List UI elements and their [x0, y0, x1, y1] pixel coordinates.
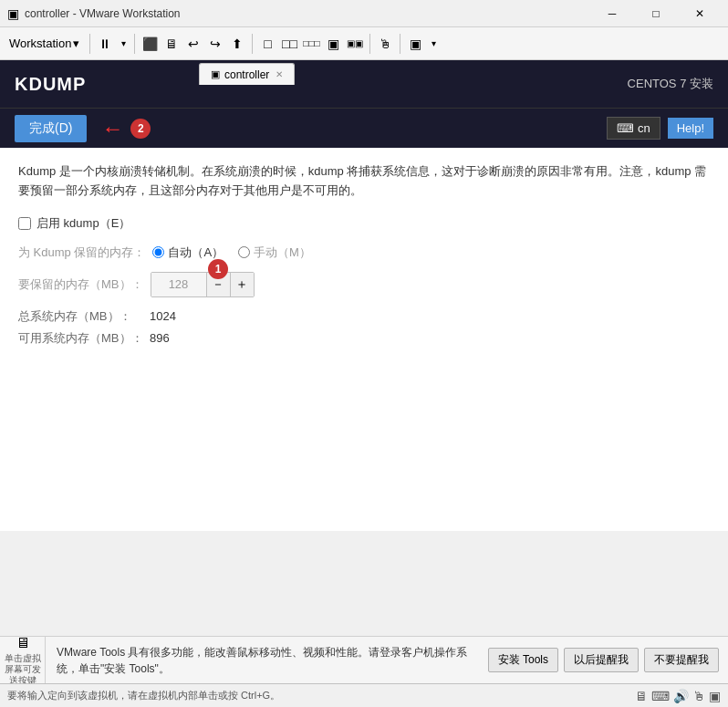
centos-install-label: CENTOS 7 安装	[628, 76, 713, 92]
separator-3	[252, 34, 253, 54]
vm-content-area: KDUMP CENTOS 7 安装 完成(D) ← 2 ⌨ cn Help! K…	[0, 60, 728, 707]
status-vm-icon: ▣	[709, 689, 721, 703]
manual-radio-input[interactable]	[238, 246, 250, 258]
bottom-vm-icon-area: 🖥 单击虚拟屏幕可发送按键	[0, 637, 46, 684]
memory-increase-button[interactable]: ＋	[230, 273, 254, 296]
fullscreen-icon[interactable]: 🖱	[375, 34, 395, 54]
kdump-header: KDUMP CENTOS 7 安装	[0, 60, 728, 108]
kdump-title: KDUMP	[15, 74, 86, 95]
view-icon-5[interactable]: ▣▣	[345, 34, 365, 54]
tab-controller[interactable]: ▣ controller ✕	[199, 63, 295, 85]
kdump-description: Kdump 是一个内核崩溃转储机制。在系统崩溃的时候，kdump 将捕获系统信息…	[18, 162, 710, 201]
red-arrow-icon: ←	[101, 116, 123, 141]
menu-bar: Workstation ▾ ⏸ ▾ ⬛ 🖥 ↩ ↪ ⬆ □ □□ □□□ ▣ ▣…	[0, 27, 728, 60]
enable-kdump-checkbox[interactable]	[18, 217, 31, 230]
kdump-main-content: Kdump 是一个内核崩溃转储机制。在系统崩溃的时候，kdump 将捕获系统信息…	[0, 148, 728, 531]
workstation-label: Workstation	[9, 36, 71, 50]
available-memory-value: 896	[150, 331, 170, 345]
minimize-button[interactable]: ─	[591, 0, 633, 27]
memory-to-reserve-label: 要保留的内存（MB）：	[18, 276, 143, 293]
separator-1	[89, 34, 90, 54]
close-button[interactable]: ✕	[679, 0, 721, 27]
vm-settings-icon[interactable]: ⬛	[140, 34, 160, 54]
undo-icon[interactable]: ↩	[183, 34, 203, 54]
status-audio-icon: 🔊	[673, 689, 689, 703]
pause-button[interactable]: ⏸	[95, 34, 115, 54]
title-bar: ▣ controller - VMware Workstation ─ □ ✕	[0, 0, 728, 27]
done-button[interactable]: 完成(D)	[15, 115, 87, 142]
controller-tab-close[interactable]: ✕	[276, 69, 283, 79]
view-icon-2[interactable]: □□	[279, 34, 299, 54]
snapshot-icon[interactable]: ⬆	[227, 34, 247, 54]
language-button[interactable]: ⌨ cn	[607, 117, 660, 140]
view-icon-4[interactable]: ▣	[323, 34, 343, 54]
auto-radio-text: 自动（A）	[168, 244, 224, 261]
bottom-text-area: VMware Tools 具有很多功能，能改善鼠标移动性、视频和性能。请登录客户…	[46, 640, 479, 681]
memory-value-input[interactable]	[151, 273, 206, 296]
total-memory-value: 1024	[150, 309, 176, 323]
bottom-info-bar: 🖥 单击虚拟屏幕可发送按键 VMware Tools 具有很多功能，能改善鼠标移…	[0, 636, 728, 683]
bottom-vmtools-text: VMware Tools 具有很多功能，能改善鼠标移动性、视频和性能。请登录客户…	[57, 646, 467, 675]
no-remind-button[interactable]: 不要提醒我	[644, 648, 719, 672]
lang-area: ⌨ cn Help!	[607, 117, 713, 140]
separator-5	[400, 34, 400, 54]
app-icon: ▣	[7, 6, 19, 21]
controller-tab-label: controller	[224, 68, 269, 81]
annotation-2-badge: 2	[130, 119, 151, 139]
workstation-menu[interactable]: Workstation ▾	[4, 35, 85, 52]
total-memory-row: 总系统内存（MB）： 1024	[18, 308, 710, 325]
kdump-form: 启用 kdump（E） 为 Kdump 保留的内存： 自动（A） 手动（M）	[18, 215, 710, 347]
remind-later-button[interactable]: 以后提醒我	[564, 648, 639, 672]
auto-radio-label[interactable]: 自动（A）	[152, 244, 224, 261]
separator-2	[134, 34, 135, 54]
view-icon-3[interactable]: □□□	[301, 34, 321, 54]
more-icon[interactable]: ▣	[405, 34, 425, 54]
auto-radio-input[interactable]	[152, 246, 164, 258]
manual-radio-text: 手动（M）	[254, 244, 311, 261]
reserve-memory-row: 为 Kdump 保留的内存： 自动（A） 手动（M）	[18, 244, 710, 261]
enable-kdump-text: 启用 kdump（E）	[36, 215, 130, 232]
maximize-button[interactable]: □	[635, 0, 677, 27]
status-left-text: 要将输入定向到该虚拟机，请在虚拟机内部单击或按 Ctrl+G。	[7, 689, 635, 702]
manual-radio-label[interactable]: 手动（M）	[238, 244, 311, 261]
screenshot-icon[interactable]: 🖥	[161, 34, 182, 54]
enable-kdump-label[interactable]: 启用 kdump（E）	[18, 215, 130, 232]
help-button[interactable]: Help!	[668, 118, 713, 139]
view-icon-1[interactable]: □	[257, 34, 277, 54]
controller-tab-icon: ▣	[211, 68, 220, 80]
available-memory-label: 可用系统内存（MB）：	[18, 330, 146, 347]
reserve-memory-radio-group: 自动（A） 手动（M）	[152, 244, 311, 261]
title-bar-text: controller - VMware Workstation	[25, 7, 591, 20]
bottom-monitor-icon: 🖥	[16, 635, 30, 651]
lang-label: cn	[638, 121, 650, 135]
action-bar: 完成(D) ← 2 ⌨ cn Help!	[0, 108, 728, 148]
available-memory-row: 可用系统内存（MB）： 896	[18, 330, 710, 347]
status-bar: 要将输入定向到该虚拟机，请在虚拟机内部单击或按 Ctrl+G。 🖥 ⌨ 🔊 🖱 …	[0, 683, 728, 707]
status-monitor-icon: 🖥	[635, 689, 648, 703]
workstation-dropdown-icon: ▾	[73, 36, 79, 50]
bottom-send-keys-text: 单击虚拟屏幕可发送按键	[0, 653, 45, 686]
done-area: 完成(D) ← 2	[15, 115, 151, 142]
status-mouse-icon: 🖱	[692, 689, 705, 703]
reserve-memory-label: 为 Kdump 保留的内存：	[18, 244, 145, 261]
status-keyboard-icon: ⌨	[651, 689, 670, 703]
separator-4	[369, 34, 370, 54]
total-memory-label: 总系统内存（MB）：	[18, 308, 146, 325]
keyboard-icon: ⌨	[617, 121, 634, 135]
status-right-icons: 🖥 ⌨ 🔊 🖱 ▣	[635, 689, 721, 703]
memory-input-group: － ＋	[151, 272, 255, 297]
memory-to-reserve-row: 要保留的内存（MB）： － ＋	[18, 272, 710, 297]
install-tools-button[interactable]: 安装 Tools	[488, 648, 558, 672]
annotation-1-badge: 1	[208, 259, 228, 279]
enable-kdump-row: 启用 kdump（E）	[18, 215, 710, 232]
bottom-actions: 安装 Tools 以后提醒我 不要提醒我	[479, 648, 728, 672]
redo-icon[interactable]: ↪	[205, 34, 225, 54]
pause-dropdown[interactable]: ▾	[117, 34, 130, 54]
more-dropdown[interactable]: ▾	[427, 34, 440, 54]
title-bar-controls: ─ □ ✕	[591, 0, 721, 27]
